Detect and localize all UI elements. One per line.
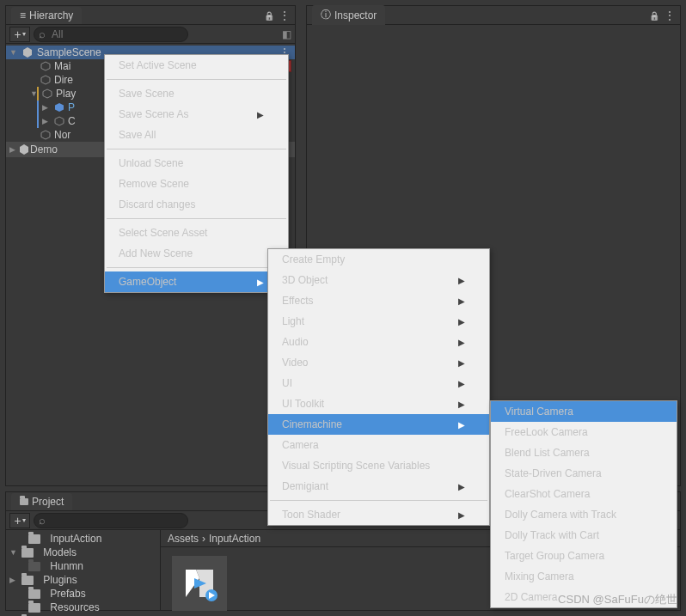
menu-item-unload-scene[interactable]: Unload Scene bbox=[105, 153, 288, 174]
menu-item-state-driven-camera[interactable]: State-Driven Camera bbox=[491, 463, 677, 484]
menu-item-remove-scene[interactable]: Remove Scene bbox=[105, 174, 288, 194]
menu-item-set-active[interactable]: Set Active Scene bbox=[105, 55, 288, 76]
chevron-right-icon: ▶ bbox=[9, 576, 18, 584]
chevron-right-icon: ▶ bbox=[9, 145, 18, 154]
menu-item-audio[interactable]: Audio▶ bbox=[268, 332, 489, 352]
tree-item[interactable]: Prefabs bbox=[6, 587, 160, 601]
chevron-right-icon: › bbox=[202, 533, 205, 545]
menu-item-save-scene-as[interactable]: Save Scene As▶ bbox=[105, 104, 288, 125]
menu-item-dolly-camera-track[interactable]: Dolly Camera with Track bbox=[491, 504, 677, 525]
add-button[interactable]: +▾ bbox=[9, 513, 30, 528]
svg-marker-4 bbox=[55, 103, 64, 112]
context-menu-gameobject: Create Empty 3D Object▶ Effects▶ Light▶ … bbox=[267, 248, 490, 526]
tree-item[interactable]: Hunmn bbox=[6, 559, 160, 573]
tree-item[interactable]: InputAction bbox=[6, 532, 160, 546]
tree-item-label: Nor bbox=[54, 129, 70, 141]
chevron-right-icon: ▶ bbox=[42, 117, 51, 125]
folder-icon bbox=[28, 603, 40, 613]
menu-item-clearshot-camera[interactable]: ClearShot Camera bbox=[491, 484, 677, 504]
filter-icon[interactable]: ◧ bbox=[282, 28, 291, 40]
asset-item[interactable]: PlayerCont... bbox=[169, 556, 230, 616]
scene-name-secondary: Demo bbox=[30, 143, 58, 156]
menu-item-target-group-camera[interactable]: Target Group Camera bbox=[491, 546, 677, 566]
menu-item-ui[interactable]: UI▶ bbox=[268, 373, 489, 393]
cube-icon bbox=[40, 75, 51, 85]
menu-item-mixing-camera[interactable]: Mixing Camera bbox=[491, 566, 677, 587]
tree-item-label: Hunmn bbox=[50, 560, 83, 572]
menu-item-create-empty[interactable]: Create Empty bbox=[268, 249, 489, 270]
project-tab[interactable]: Project bbox=[11, 493, 72, 510]
menu-item-discard-changes: Discard changes bbox=[105, 194, 288, 215]
tree-item[interactable]: ▶ Plugins bbox=[6, 573, 160, 587]
tree-item[interactable]: Resources bbox=[6, 601, 160, 614]
menu-item-save-all[interactable]: Save All bbox=[105, 125, 288, 145]
tree-item[interactable]: ▼ Models bbox=[6, 546, 160, 559]
svg-marker-0 bbox=[23, 47, 32, 58]
svg-marker-6 bbox=[41, 131, 50, 139]
chevron-right-icon: ▶ bbox=[42, 103, 51, 112]
menu-item-add-new-scene[interactable]: Add New Scene bbox=[105, 243, 288, 264]
hierarchy-header: ≡ Hierarchy bbox=[6, 6, 295, 25]
menu-item-ui-toolkit[interactable]: UI Toolkit▶ bbox=[268, 393, 489, 414]
project-title: Project bbox=[32, 496, 64, 508]
cube-icon bbox=[40, 130, 51, 140]
menu-item-effects[interactable]: Effects▶ bbox=[268, 290, 489, 311]
lock-icon[interactable] bbox=[264, 9, 274, 21]
menu-item-gameobject[interactable]: GameObject▶ bbox=[105, 271, 288, 292]
tree-item-label: Models bbox=[43, 546, 77, 558]
cube-icon bbox=[54, 116, 64, 126]
context-menu-scene: Set Active Scene Save Scene Save Scene A… bbox=[104, 54, 289, 293]
hierarchy-tab[interactable]: ≡ Hierarchy bbox=[11, 7, 82, 24]
svg-marker-5 bbox=[55, 117, 64, 125]
menu-item-virtual-camera[interactable]: Virtual Camera bbox=[491, 401, 677, 422]
inspector-header: ⓘ Inspector bbox=[307, 6, 680, 25]
menu-item-blend-list-camera[interactable]: Blend List Camera bbox=[491, 442, 677, 463]
tree-item-label: Plugins bbox=[43, 574, 77, 586]
menu-item-select-scene-asset[interactable]: Select Scene Asset bbox=[105, 223, 288, 243]
menu-item-video[interactable]: Video▶ bbox=[268, 352, 489, 373]
inspector-tab[interactable]: ⓘ Inspector bbox=[312, 5, 385, 25]
tree-item-label: Dire bbox=[54, 74, 73, 86]
menu-item-toon-shader[interactable]: Toon Shader▶ bbox=[268, 504, 489, 525]
folder-icon bbox=[21, 576, 34, 585]
asset-thumbnail bbox=[172, 556, 227, 611]
menu-dots-icon[interactable] bbox=[279, 9, 290, 21]
hierarchy-search-input[interactable] bbox=[34, 27, 188, 42]
unity-icon bbox=[18, 143, 30, 156]
list-icon: ≡ bbox=[20, 9, 26, 21]
menu-dots-icon[interactable] bbox=[665, 9, 675, 21]
tree-item-label: InputAction bbox=[50, 533, 101, 545]
menu-item-cinemachine[interactable]: Cinemachine▶ bbox=[268, 414, 489, 435]
menu-item-camera[interactable]: Camera bbox=[268, 435, 489, 455]
add-button[interactable]: +▾ bbox=[9, 27, 30, 42]
menu-item-save-scene[interactable]: Save Scene bbox=[105, 83, 288, 104]
menu-item-3d-object[interactable]: 3D Object▶ bbox=[268, 270, 489, 290]
menu-item-visual-scripting[interactable]: Visual Scripting Scene Variables bbox=[268, 455, 489, 476]
folder-icon bbox=[28, 534, 40, 544]
chevron-down-icon: ▼ bbox=[9, 548, 18, 557]
project-tree: InputAction ▼ Models Hunmn ▶ Plugins Pre… bbox=[6, 530, 161, 610]
folder-icon bbox=[21, 548, 34, 558]
breadcrumb-item[interactable]: InputAction bbox=[209, 533, 260, 545]
project-search-input[interactable] bbox=[34, 513, 188, 528]
menu-item-demigiant[interactable]: Demigiant▶ bbox=[268, 476, 489, 497]
svg-marker-7 bbox=[20, 144, 28, 155]
menu-item-dolly-track-cart[interactable]: Dolly Track with Cart bbox=[491, 525, 677, 546]
folder-icon bbox=[20, 496, 28, 508]
scene-name: SampleScene bbox=[37, 46, 101, 58]
tree-item-label: Mai bbox=[54, 60, 70, 72]
lock-icon[interactable] bbox=[649, 9, 659, 21]
context-menu-cinemachine: Virtual Camera FreeLook Camera Blend Lis… bbox=[490, 400, 677, 608]
info-icon: ⓘ bbox=[321, 8, 331, 22]
cube-icon bbox=[54, 102, 64, 113]
hierarchy-title: Hierarchy bbox=[29, 9, 73, 21]
menu-item-freelook-camera[interactable]: FreeLook Camera bbox=[491, 422, 677, 442]
tree-item-label: P bbox=[68, 101, 75, 113]
chevron-down-icon: ▼ bbox=[30, 89, 39, 98]
unity-icon bbox=[21, 46, 34, 58]
svg-marker-2 bbox=[41, 76, 50, 84]
menu-item-light[interactable]: Light▶ bbox=[268, 311, 489, 332]
svg-marker-3 bbox=[43, 89, 52, 98]
folder-icon bbox=[28, 562, 40, 571]
breadcrumb-item[interactable]: Assets bbox=[168, 533, 199, 545]
